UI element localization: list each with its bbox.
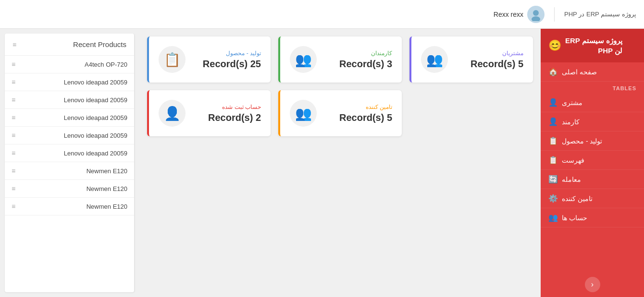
card-employee-icon-area: 👥 xyxy=(290,46,317,73)
card-supplier[interactable]: 👥 تامین کننده Record(s) 5 xyxy=(278,90,402,136)
accounts-icon: 👥 xyxy=(548,213,558,222)
item-menu-icon: ≡ xyxy=(12,60,15,68)
item-name: Newmen E120 xyxy=(87,203,127,210)
sidebar-item-supplier[interactable]: تامین کننده ⚙️ xyxy=(541,189,644,208)
card-supplier-label: تامین کننده xyxy=(324,104,392,110)
item-name: Lenovo ideapad 20059 xyxy=(64,132,127,139)
card-supplier-icon-area: 👥 xyxy=(290,100,317,127)
sidebar-item-label: صفحه اصلی xyxy=(562,68,597,76)
card-product-icon-area: 📋 xyxy=(159,46,186,73)
sidebar-item-label: فهرست xyxy=(562,156,584,164)
item-menu-icon: ≡ xyxy=(12,202,15,210)
card-accounts[interactable]: 👤 حساب ثبت شده Record(s) 2 xyxy=(147,90,271,136)
card-employee-label: کارمندان xyxy=(324,50,392,57)
svg-point-0 xyxy=(533,10,539,16)
sidebar-toggle-area: ‹ xyxy=(541,272,644,297)
item-name: Lenovo ideapad 20059 xyxy=(64,96,127,104)
dashboard: 📋 تولید - محصول Record(s) 25 👥 کارمندان … xyxy=(139,29,541,297)
supplier-icon: 👥 xyxy=(295,106,312,121)
sidebar-item-list[interactable]: فهرست 📋 xyxy=(541,151,644,170)
list-item[interactable]: ≡ Newmen E120 xyxy=(5,198,134,215)
card-accounts-info: حساب ثبت شده Record(s) 2 xyxy=(193,104,261,123)
list-item[interactable]: ≡ Lenovo ideapad 20059 xyxy=(5,127,134,144)
item-name: Lenovo ideapad 20059 xyxy=(64,150,127,157)
card-supplier-info: تامین کننده Record(s) 5 xyxy=(324,104,392,123)
list-item[interactable]: ≡ Lenovo ideapad 20059 xyxy=(5,109,134,127)
sidebar-item-label: حساب ها xyxy=(562,214,587,222)
project-label: پروژه سیستم ERP در PHP xyxy=(564,11,636,18)
supplier-icon: ⚙️ xyxy=(548,194,558,203)
recent-products-title: Recent Products xyxy=(73,40,126,48)
username-label: Rexx rexx xyxy=(494,11,523,18)
card-accounts-label: حساب ثبت شده xyxy=(193,104,261,110)
sidebar-item-customer[interactable]: مشتری 👤 xyxy=(541,93,644,112)
card-customer-info: مشتریان Record(s) 5 xyxy=(456,50,523,70)
employee-icon: 👤 xyxy=(548,117,558,126)
item-menu-icon: ≡ xyxy=(12,131,15,139)
list-item[interactable]: ≡ A4tech OP-720 xyxy=(5,56,134,73)
card-supplier-value: Record(s) 5 xyxy=(324,112,392,123)
sidebar: پروژه سیستم ERP لن PHP 😊 صفحه اصلی 🏠 TAB… xyxy=(541,29,644,297)
customer-icon: 👥 xyxy=(426,52,443,68)
item-name: Lenovo ideapad 20059 xyxy=(64,114,127,121)
sidebar-tables-label: TABLES xyxy=(541,82,644,93)
card-customer-icon-area: 👥 xyxy=(421,46,448,73)
sidebar-collapse-button[interactable]: ‹ xyxy=(585,277,600,292)
main-layout: ≡ Recent Products ≡ A4tech OP-720 ≡ Leno… xyxy=(0,29,644,297)
card-product-info: تولید - محصول Record(s) 25 xyxy=(193,50,261,70)
item-menu-icon: ≡ xyxy=(12,167,15,175)
header: Rexx rexx پروژه سیستم ERP در PHP xyxy=(0,0,644,29)
sidebar-header: پروژه سیستم ERP لن PHP 😊 xyxy=(541,29,644,62)
item-name: Newmen E120 xyxy=(87,185,127,192)
item-name: Lenovo ideapad 20059 xyxy=(64,79,127,86)
sidebar-title-line2: لن PHP xyxy=(565,46,622,56)
card-employee-info: کارمندان Record(s) 3 xyxy=(324,50,392,70)
sidebar-title-line1: پروژه سیستم ERP xyxy=(565,36,622,46)
card-product-label: تولید - محصول xyxy=(193,50,261,57)
customer-icon: 👤 xyxy=(548,98,558,107)
item-name: Newmen E120 xyxy=(87,167,127,175)
sidebar-item-accounts[interactable]: حساب ها 👥 xyxy=(541,208,644,227)
sidebar-item-label: معامله xyxy=(562,176,581,183)
recent-products-panel: ≡ Recent Products ≡ A4tech OP-720 ≡ Leno… xyxy=(5,34,135,292)
list-item[interactable]: ≡ Lenovo ideapad 20059 xyxy=(5,91,134,109)
list-item[interactable]: ≡ Newmen E120 xyxy=(5,180,134,198)
card-accounts-icon-area: 👤 xyxy=(159,100,186,127)
item-menu-icon: ≡ xyxy=(12,114,15,121)
product-icon: 📋 xyxy=(548,136,558,145)
item-menu-icon: ≡ xyxy=(12,78,15,86)
users-icon: 👥 xyxy=(295,52,312,68)
home-icon: 🏠 xyxy=(548,67,558,76)
card-customer-label: مشتریان xyxy=(456,50,523,57)
chevron-left-icon: ‹ xyxy=(591,280,594,289)
clipboard-icon: 📋 xyxy=(164,52,181,68)
accounts-icon: 👤 xyxy=(164,106,181,121)
list-item[interactable]: ≡ Newmen E120 xyxy=(5,162,134,180)
header-divider xyxy=(554,7,555,22)
list-icon: 📋 xyxy=(548,155,558,165)
sidebar-item-label: تولید - محصول xyxy=(562,137,602,145)
sidebar-item-transaction[interactable]: معامله 🔄 xyxy=(541,170,644,189)
card-customer[interactable]: 👥 مشتریان Record(s) 5 xyxy=(409,36,533,83)
list-header-icon: ≡ xyxy=(12,41,16,48)
svg-point-1 xyxy=(532,16,540,21)
item-name: A4tech OP-720 xyxy=(85,61,127,68)
avatar xyxy=(527,6,545,23)
sidebar-item-label: کارمند xyxy=(562,118,580,126)
list-item[interactable]: ≡ Lenovo ideapad 20059 xyxy=(5,73,134,91)
sidebar-item-label: مشتری xyxy=(562,99,582,107)
transaction-icon: 🔄 xyxy=(548,175,558,184)
card-product-value: Record(s) 25 xyxy=(193,59,261,70)
sidebar-item-employee[interactable]: کارمند 👤 xyxy=(541,112,644,131)
item-menu-icon: ≡ xyxy=(12,96,15,104)
list-item[interactable]: ≡ Lenovo ideapad 20059 xyxy=(5,144,134,162)
card-accounts-value: Record(s) 2 xyxy=(193,112,261,123)
card-employee-value: Record(s) 3 xyxy=(324,59,392,70)
sidebar-item-product[interactable]: تولید - محصول 📋 xyxy=(541,131,644,151)
card-product[interactable]: 📋 تولید - محصول Record(s) 25 xyxy=(147,36,271,83)
sidebar-item-home[interactable]: صفحه اصلی 🏠 xyxy=(541,62,644,82)
item-menu-icon: ≡ xyxy=(12,149,15,157)
user-info: Rexx rexx xyxy=(494,6,545,23)
card-customer-value: Record(s) 5 xyxy=(456,59,523,70)
card-employee[interactable]: 👥 کارمندان Record(s) 3 xyxy=(278,36,402,83)
